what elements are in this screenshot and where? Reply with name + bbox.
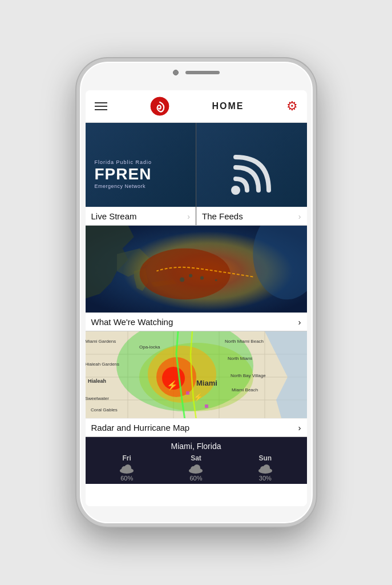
day-sat-name: Sat: [191, 454, 201, 462]
svg-text:Coral Gables: Coral Gables: [91, 407, 118, 412]
day-sun-name: Sun: [258, 454, 272, 462]
svg-text:Miami Gardens: Miami Gardens: [86, 339, 116, 344]
svg-point-8: [189, 274, 192, 277]
radar-chevron: ›: [298, 423, 301, 432]
tiles-row: Florida Public Radio FPREN Emergency Net…: [86, 123, 307, 226]
feeds-label: The Feeds ›: [196, 207, 307, 225]
day-fri-pct: 60%: [120, 475, 133, 482]
svg-point-2: [150, 97, 168, 115]
svg-point-7: [180, 277, 184, 282]
sat-cloud-icon: [188, 463, 204, 474]
svg-point-3: [231, 186, 240, 195]
weather-day-sat: Sat 60%: [188, 454, 204, 482]
svg-text:Opa-locka: Opa-locka: [139, 344, 160, 350]
fri-cloud-icon: [119, 463, 135, 474]
svg-text:North Miami: North Miami: [228, 356, 252, 361]
svg-text:⚡: ⚡: [193, 392, 204, 402]
radar-label-bar: Radar and Hurricane Map ›: [86, 418, 307, 436]
phone-speaker: [185, 71, 220, 74]
svg-point-42: [124, 464, 131, 471]
watching-section[interactable]: What We're Watching ›: [86, 226, 307, 331]
live-stream-chevron: ›: [187, 212, 190, 221]
fpren-title: FPREN: [95, 166, 152, 182]
app-logo: 📡: [149, 96, 170, 117]
live-stream-tile[interactable]: Florida Public Radio FPREN Emergency Net…: [86, 123, 197, 225]
watching-label: What We're Watching: [91, 317, 173, 327]
weather-bar: Miami, Florida Fri 60% Sat: [86, 437, 307, 484]
nav-bar: 📡 HOME ⚙: [86, 90, 307, 123]
day-fri-name: Fri: [122, 454, 131, 462]
svg-point-10: [215, 279, 217, 281]
svg-point-9: [200, 276, 203, 279]
fpren-subtitle1: Florida Public Radio: [95, 159, 152, 165]
fpren-subtitle2: Emergency Network: [95, 183, 146, 189]
radar-visualization: ⚡ ⚡ Miami Gardens Hialeah Gardens Hialea…: [86, 331, 307, 420]
svg-text:Sweetwater: Sweetwater: [86, 396, 109, 401]
radar-label: Radar and Hurricane Map: [91, 423, 190, 432]
weather-day-sun: Sun 30%: [257, 454, 273, 482]
weather-city: Miami, Florida: [92, 442, 300, 451]
svg-text:Hialeah: Hialeah: [88, 378, 106, 384]
rss-symbol: [229, 151, 274, 197]
main-content: Florida Public Radio FPREN Emergency Net…: [86, 123, 307, 506]
feeds-tile[interactable]: The Feeds ›: [196, 123, 307, 225]
day-sat-pct: 60%: [189, 475, 202, 482]
svg-text:Miami Beach: Miami Beach: [232, 387, 258, 392]
svg-text:North Miami Beach: North Miami Beach: [225, 339, 264, 344]
watching-label-bar: What We're Watching ›: [86, 312, 307, 331]
weather-day-fri: Fri 60%: [119, 454, 135, 482]
feeds-chevron: ›: [298, 212, 301, 221]
phone-camera: [173, 70, 179, 75]
svg-text:North Bay Village: North Bay Village: [231, 373, 266, 378]
radar-section[interactable]: ⚡ ⚡ Miami Gardens Hialeah Gardens Hialea…: [86, 331, 307, 437]
svg-point-45: [193, 464, 200, 471]
settings-icon[interactable]: ⚙: [286, 99, 298, 114]
svg-point-6: [139, 249, 230, 299]
phone-power-button: [314, 159, 316, 199]
nav-title: HOME: [212, 101, 244, 111]
phone-top-bar: [173, 70, 220, 75]
phone-volume-up: [76, 142, 78, 170]
hurricane-visualization: [86, 226, 307, 314]
svg-point-48: [263, 464, 270, 471]
weather-days: Fri 60% Sat: [92, 454, 300, 482]
svg-rect-38: [186, 391, 189, 395]
phone-volume-down: [76, 176, 78, 205]
watching-chevron: ›: [298, 317, 301, 327]
hamburger-menu[interactable]: [95, 102, 107, 110]
sun-cloud-icon: [257, 463, 273, 474]
live-stream-label: Live Stream ›: [86, 207, 196, 225]
svg-text:⚡: ⚡: [167, 380, 178, 391]
svg-text:Hialeah Gardens: Hialeah Gardens: [86, 362, 119, 367]
svg-text:Miami: Miami: [196, 379, 217, 387]
svg-rect-39: [205, 404, 208, 408]
phone-screen: 📡 HOME ⚙ Florida Public Radio FPREN: [86, 90, 307, 506]
phone-device: 📡 HOME ⚙ Florida Public Radio FPREN: [76, 58, 316, 527]
day-sun-pct: 30%: [259, 475, 272, 482]
